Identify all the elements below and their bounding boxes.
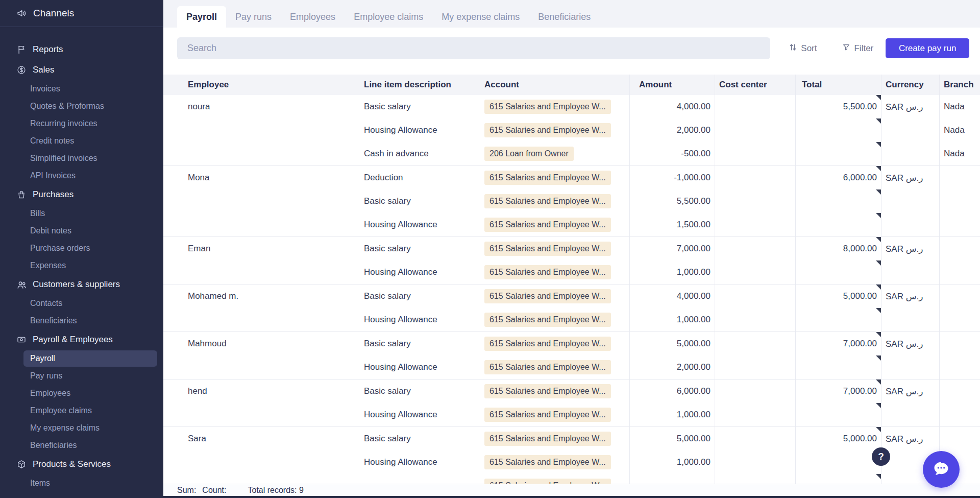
sidebar-item-channels[interactable]: Channels [0, 0, 163, 27]
employee-name-cell [163, 308, 357, 331]
sidebar-item-simplified-invoices[interactable]: Simplified invoices [0, 150, 163, 167]
table-row[interactable]: SaraBasic salary615 Salaries and Employe… [163, 427, 980, 450]
cost-center-cell [715, 237, 796, 260]
branch-cell: Nada [940, 95, 980, 118]
sidebar-item-invoices[interactable]: Invoices [0, 80, 163, 98]
branch-cell [940, 213, 980, 236]
sidebar-item-api-invoices[interactable]: API Invoices [0, 167, 163, 184]
tab-payroll[interactable]: Payroll [177, 6, 226, 28]
table-row[interactable]: Housing Allowance615 Salaries and Employ… [163, 355, 980, 379]
tab-my-expense-claims[interactable]: My expense claims [432, 6, 529, 28]
table-row[interactable]: Basic salary615 Salaries and Employee W.… [163, 189, 980, 213]
sidebar-item-pay-runs[interactable]: Pay runs [0, 367, 163, 385]
sidebar-item-contacts[interactable]: Contacts [0, 295, 163, 312]
create-pay-run-button[interactable]: Create pay run [886, 38, 969, 58]
account-chip[interactable]: 615 Salaries and Employee W... [484, 100, 611, 114]
customers-icon [15, 279, 28, 290]
account-chip[interactable]: 206 Loan from Owner [484, 147, 574, 161]
sidebar-item-payroll[interactable]: Payroll [23, 350, 157, 367]
account-chip[interactable]: 615 Salaries and Employee W... [484, 384, 611, 398]
tab-pay-runs[interactable]: Pay runs [226, 6, 281, 28]
column-header-cost-center[interactable]: Cost center [715, 75, 796, 95]
employee-name-cell [163, 142, 357, 165]
sidebar-item-purchase-orders[interactable]: Purchase orders [0, 240, 163, 257]
column-header-account[interactable]: Account [480, 75, 630, 95]
account-chip[interactable]: 615 Salaries and Employee W... [484, 360, 611, 374]
tab-employees[interactable]: Employees [281, 6, 345, 28]
sidebar-section-reports[interactable]: Reports [0, 39, 163, 60]
sidebar-item-credit-notes[interactable]: Credit notes [0, 132, 163, 150]
account-chip[interactable]: 615 Salaries and Employee W... [484, 313, 611, 327]
chat-button[interactable] [923, 451, 960, 488]
table-row[interactable]: Housing Allowance615 Salaries and Employ… [163, 260, 980, 284]
amount-cell: 6,000.00 [630, 380, 715, 403]
account-chip[interactable]: 615 Salaries and Employee W... [484, 265, 611, 279]
column-header-line-item-description[interactable]: Line item description [357, 75, 480, 95]
account-chip[interactable]: 615 Salaries and Employee W... [484, 218, 611, 232]
account-chip[interactable]: 615 Salaries and Employee W... [484, 408, 611, 422]
account-cell: 615 Salaries and Employee W... [480, 189, 630, 213]
account-chip[interactable]: 615 Salaries and Employee W... [484, 289, 611, 303]
sidebar-item-employees[interactable]: Employees [0, 385, 163, 402]
employee-name-cell [163, 450, 357, 474]
filter-icon [842, 43, 850, 54]
sidebar-section-customers-suppliers[interactable]: Customers & suppliers [0, 274, 163, 295]
table-row[interactable]: MahmoudBasic salary615 Salaries and Empl… [163, 332, 980, 355]
table-row[interactable]: Cash in advance206 Loan from Owner-500.0… [163, 142, 980, 165]
column-header-currency[interactable]: Currency [881, 75, 940, 95]
table-row[interactable]: Housing Allowance615 Salaries and Employ… [163, 450, 980, 474]
sidebar-item-beneficiaries[interactable]: Beneficiaries [0, 312, 163, 329]
account-chip[interactable]: 615 Salaries and Employee W... [484, 432, 611, 446]
sidebar-item-debit-notes[interactable]: Debit notes [0, 222, 163, 240]
table-row[interactable]: Housing Allowance615 Salaries and Employ… [163, 118, 980, 142]
sidebar-section-sales[interactable]: Sales [0, 60, 163, 80]
sidebar-section-purchases[interactable]: Purchases [0, 184, 163, 205]
account-chip[interactable]: 615 Salaries and Employee W... [484, 123, 611, 137]
sidebar-item-beneficiaries[interactable]: Beneficiaries [0, 437, 163, 454]
table-row[interactable]: MonaDeduction615 Salaries and Employee W… [163, 166, 980, 189]
sidebar-item-quotes-proformas[interactable]: Quotes & Proformas [0, 98, 163, 115]
sidebar-item-my-expense-claims[interactable]: My expense claims [0, 419, 163, 437]
currency-cell [881, 213, 940, 236]
sidebar-section-payroll-employees[interactable]: Payroll & Employees [0, 329, 163, 350]
sidebar-item-employee-claims[interactable]: Employee claims [0, 402, 163, 419]
branch-cell [940, 284, 980, 308]
sales-icon [15, 65, 28, 75]
sidebar-section-products-services[interactable]: Products & Services [0, 454, 163, 475]
employee-name-cell: Mahmoud [163, 332, 357, 355]
amount-cell: 1,000.00 [630, 260, 715, 284]
sidebar-nav: ReportsSalesInvoicesQuotes & ProformasRe… [0, 39, 163, 492]
help-button[interactable]: ? [872, 447, 890, 466]
sort-button[interactable]: Sort [789, 43, 817, 54]
search-input[interactable] [177, 37, 770, 59]
table-row[interactable]: nouraBasic salary615 Salaries and Employ… [163, 95, 980, 118]
column-header-total[interactable]: Total [796, 75, 881, 95]
tab-employee-claims[interactable]: Employee claims [345, 6, 432, 28]
sidebar-item-items[interactable]: Items [0, 475, 163, 492]
total-cell [796, 450, 881, 474]
account-cell: 615 Salaries and Employee W... [480, 308, 630, 331]
account-chip[interactable]: 615 Salaries and Employee W... [484, 337, 611, 351]
table-row[interactable]: Housing Allowance615 Salaries and Employ… [163, 213, 980, 236]
account-chip[interactable]: 615 Salaries and Employee W... [484, 242, 611, 256]
filter-button[interactable]: Filter [842, 43, 873, 54]
sidebar-item-bills[interactable]: Bills [0, 205, 163, 222]
table-row[interactable]: Housing Allowance615 Salaries and Employ… [163, 403, 980, 426]
sidebar-item-recurring-invoices[interactable]: Recurring invoices [0, 115, 163, 132]
account-chip[interactable]: 615 Salaries and Employee W... [484, 455, 611, 469]
table-row[interactable]: EmanBasic salary615 Salaries and Employe… [163, 237, 980, 260]
table-row[interactable]: hendBasic salary615 Salaries and Employe… [163, 380, 980, 403]
total-cell [796, 118, 881, 142]
branch-cell [940, 332, 980, 355]
column-header-employee[interactable]: Employee [163, 75, 357, 95]
table-row[interactable]: Housing Allowance615 Salaries and Employ… [163, 308, 980, 331]
branch-cell [940, 355, 980, 379]
account-chip[interactable]: 615 Salaries and Employee W... [484, 171, 611, 185]
column-header-amount[interactable]: Amount [630, 75, 715, 95]
table-row[interactable]: Mohamed m.Basic salary615 Salaries and E… [163, 284, 980, 308]
cost-center-cell [715, 284, 796, 308]
column-header-branch[interactable]: Branch [940, 75, 980, 95]
sidebar-item-expenses[interactable]: Expenses [0, 257, 163, 274]
account-chip[interactable]: 615 Salaries and Employee W... [484, 194, 611, 208]
tab-beneficiaries[interactable]: Beneficiaries [529, 6, 600, 28]
